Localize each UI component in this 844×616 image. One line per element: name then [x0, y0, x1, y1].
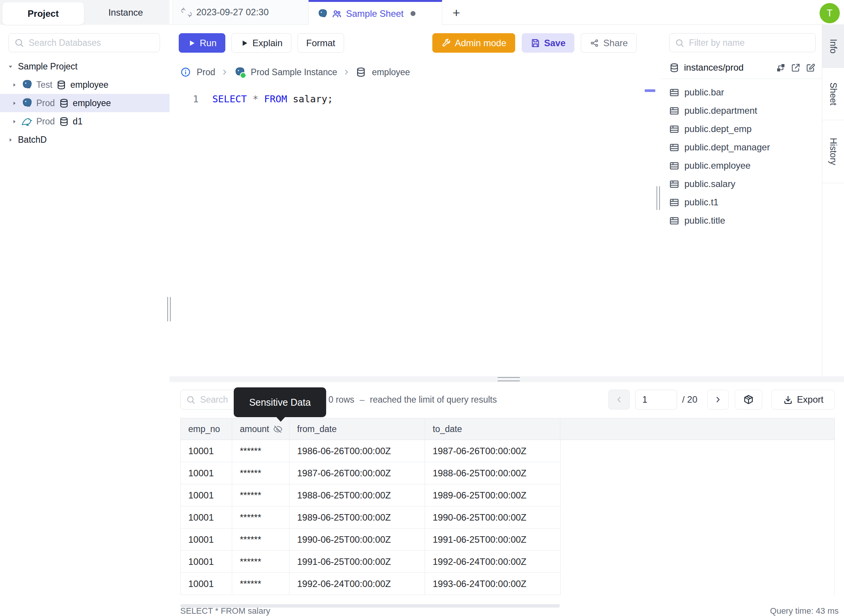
side-tab-history[interactable]: History [822, 120, 844, 183]
table-row[interactable]: 10001******1990-06-25T00:00:00Z1991-06-2… [181, 529, 561, 551]
sql-editor-app: Project Instance Search Databases Sample… [0, 0, 844, 616]
search-databases-input[interactable]: Search Databases [8, 33, 160, 52]
summary-separator: – [360, 395, 365, 405]
table-row[interactable]: 10001******1986-06-26T00:00:00Z1987-06-2… [181, 440, 561, 462]
column-header-empty[interactable] [560, 418, 834, 440]
right-panel-resize-handle[interactable] [656, 186, 660, 210]
tree-item-test-employee[interactable]: Testemployee [0, 76, 170, 94]
breadcrumb-database[interactable]: employee [372, 67, 410, 77]
sql-editor-line[interactable]: 1 SELECT * FROM salary; [180, 94, 333, 105]
format-button[interactable]: Format [298, 33, 344, 53]
cell: 1987-06-26T00:00:00Z [425, 440, 560, 462]
toolbar-left: Run Explain Format [179, 33, 344, 53]
share-button[interactable]: Share [581, 33, 637, 53]
table-icon [669, 161, 679, 171]
schema-source-row: instances/prod [669, 57, 816, 78]
editor-tab-sample-sheet[interactable]: Sample Sheet [309, 0, 442, 25]
table-row[interactable]: 10001******1991-06-25T00:00:00Z1992-06-2… [181, 551, 561, 573]
sidebar-resize-handle[interactable] [167, 297, 171, 321]
breadcrumb-instance[interactable]: Prod Sample Instance [251, 67, 337, 77]
save-floppy-icon [530, 38, 540, 48]
panel-divider [661, 79, 822, 79]
table-icon [669, 87, 679, 98]
cell: 10001 [181, 573, 232, 595]
table-item-public-employee[interactable]: public.employee [663, 156, 822, 175]
table-item-public-dept-emp[interactable]: public.dept_emp [663, 120, 822, 138]
tab-instance[interactable]: Instance [85, 0, 167, 25]
table-row[interactable]: 10001******1987-06-26T00:00:00Z1988-06-2… [181, 462, 561, 484]
column-header-emp_no[interactable]: emp_no [181, 418, 232, 440]
results-resize-handle[interactable] [498, 377, 520, 381]
table-name: public.employee [684, 160, 750, 171]
schema-diagram-icon[interactable] [776, 63, 786, 73]
table-row[interactable]: 10001******1989-06-25T00:00:00Z1990-06-2… [181, 506, 561, 529]
next-page-button[interactable] [707, 390, 729, 410]
table-item-public-bar[interactable]: public.bar [663, 83, 822, 102]
caret-right-icon [11, 119, 17, 124]
db-icon [56, 80, 66, 90]
chevron-right-icon [221, 69, 228, 76]
status-query-time: Query time: 43 ms [649, 601, 839, 616]
table-item-public-department[interactable]: public.department [663, 102, 822, 120]
external-link-icon[interactable] [791, 63, 801, 73]
editor-tab-label: Sample Sheet [346, 8, 404, 19]
breadcrumb-environment[interactable]: Prod [197, 67, 215, 77]
editor-tab-unsaved[interactable]: 2023-09-27 02:30 [173, 0, 309, 24]
left-sidebar: Project Instance Search Databases Sample… [0, 0, 170, 616]
table-item-public-dept-manager[interactable]: public.dept_manager [663, 138, 822, 156]
table-name: public.title [684, 215, 725, 226]
table-item-public-title[interactable]: public.title [663, 211, 822, 230]
column-header-to_date[interactable]: to_date [425, 418, 560, 440]
info-circle-icon[interactable] [180, 67, 191, 77]
search-placeholder: Search Databases [29, 38, 101, 48]
toolbar-right: Admin mode Save Share [432, 33, 637, 53]
caret-right-icon [11, 82, 17, 88]
table-row[interactable]: 10001******1988-06-25T00:00:00Z1989-06-2… [181, 484, 561, 506]
cell: 1989-06-25T00:00:00Z [289, 506, 425, 528]
table-item-public-t1[interactable]: public.t1 [663, 193, 822, 211]
side-tab-info[interactable]: Info [822, 24, 844, 68]
page-total-label: / 20 [682, 390, 697, 410]
tree-item-prod-d1[interactable]: Prodd1 [0, 112, 170, 131]
sidebar-tab-switcher: Project Instance [0, 0, 170, 25]
visualize-button[interactable] [735, 390, 762, 410]
table-name: public.dept_emp [684, 124, 752, 134]
tab-project[interactable]: Project [2, 2, 84, 25]
wrench-icon [441, 38, 451, 48]
run-button[interactable]: Run [179, 33, 225, 53]
unlink-icon [181, 7, 192, 18]
cube-icon [743, 394, 754, 405]
prev-page-button[interactable] [608, 390, 630, 410]
admin-mode-button[interactable]: Admin mode [432, 33, 515, 53]
table-item-public-salary[interactable]: public.salary [663, 175, 822, 193]
tree-item-batchd[interactable]: BatchD [0, 131, 170, 149]
table-row[interactable]: 10001******1992-06-24T00:00:00Z1993-06-2… [181, 573, 561, 595]
database-name: employee [70, 80, 108, 90]
table-icon [669, 179, 679, 189]
tooltip-arrow [276, 416, 286, 422]
environment-label: Test [36, 80, 52, 90]
page-number-input[interactable]: 1 [635, 390, 677, 410]
grid-body: 10001******1986-06-26T00:00:00Z1987-06-2… [181, 440, 561, 595]
tree-item-prod-employee[interactable]: Prodemployee [0, 94, 170, 112]
cell: 1993-06-24T00:00:00Z [425, 573, 560, 595]
cell: 1992-06-24T00:00:00Z [425, 551, 560, 572]
add-tab-button[interactable]: + [449, 5, 464, 20]
download-icon [783, 395, 793, 405]
side-tab-sheet[interactable]: Sheet [822, 68, 844, 120]
pg-icon [21, 97, 32, 109]
tree-item-sample-project[interactable]: Sample Project [0, 57, 170, 76]
column-header-from_date[interactable]: from_date [289, 418, 425, 440]
caret-right-icon [8, 137, 13, 143]
table-name: public.dept_manager [684, 142, 770, 153]
edit-icon[interactable] [805, 63, 816, 73]
explain-button[interactable]: Explain [231, 33, 291, 53]
db-icon [59, 98, 69, 108]
user-avatar[interactable]: T [820, 3, 840, 23]
filter-by-name-input[interactable]: Filter by name [669, 33, 816, 52]
breadcrumb: Prod Prod Sample Instance employee [180, 63, 410, 81]
export-button[interactable]: Export [771, 390, 835, 410]
cell: ****** [232, 484, 289, 506]
cell: 10001 [181, 484, 232, 506]
save-button[interactable]: Save [522, 33, 574, 53]
